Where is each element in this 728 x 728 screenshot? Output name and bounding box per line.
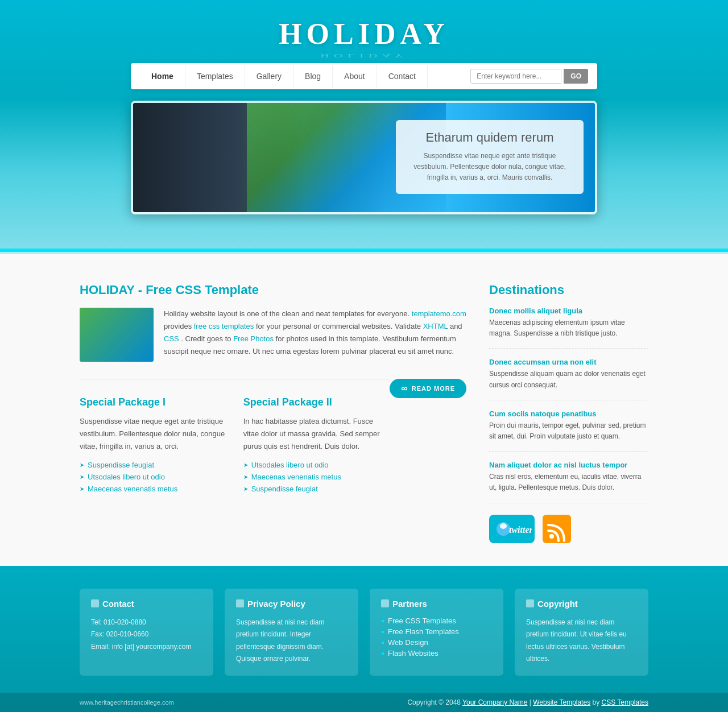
- destination-1: Donec mollis aliquet ligula Maecenas adi…: [489, 307, 648, 349]
- css-templates-footer-link[interactable]: CSS Templates: [602, 698, 648, 706]
- partner-link-4[interactable]: Flash Websites: [388, 649, 439, 657]
- footer-copyright-title: Copyright: [526, 599, 637, 609]
- nav-gallery[interactable]: Gallery: [245, 65, 293, 88]
- right-sidebar: Destinations Donec mollis aliquet ligula…: [489, 283, 648, 543]
- xhtml-link[interactable]: XHTML: [423, 322, 448, 330]
- about-image: [80, 308, 154, 362]
- css-link[interactable]: CSS: [164, 334, 179, 343]
- hero-container: Etharum quidem rerum Suspendisse vitae n…: [131, 101, 597, 214]
- about-text: Holiday website layout is one of the cle…: [164, 308, 466, 362]
- footer: Contact Tel: 010-020-0880 Fax: 020-010-0…: [0, 566, 728, 712]
- list-item: Free Flash Templates: [381, 627, 492, 636]
- destination-3: Cum sociis natoque penatibus Proin dui m…: [489, 410, 648, 452]
- search-input[interactable]: [470, 69, 561, 84]
- content-divider: [80, 379, 390, 379]
- partner-link-3[interactable]: Web Design: [388, 638, 428, 647]
- nav-about[interactable]: About: [333, 65, 377, 88]
- main-content: HOLIDAY - Free CSS Template Holiday webs…: [0, 254, 728, 566]
- partner-link-1[interactable]: Free CSS Templates: [388, 617, 456, 625]
- package-1-link-2[interactable]: Utsodales libero ut odio: [88, 473, 165, 481]
- rss-icon[interactable]: [543, 515, 571, 543]
- about-text-3: for your personal or commercial websites…: [256, 322, 423, 330]
- package-1-link-3[interactable]: Maecenas venenatis metus: [88, 485, 177, 493]
- dest-desc-4: Cras nisl eros, elementum eu, iaculis vi…: [489, 471, 648, 493]
- css-templates-link[interactable]: free css templates: [194, 322, 254, 330]
- dest-link-2[interactable]: Donec accumsan urna non elit: [489, 358, 648, 366]
- footer-privacy-text: Suspendisse at nisi nec diam pretium tin…: [236, 617, 347, 665]
- dest-link-4[interactable]: Nam aliquet dolor ac nisl luctus tempor: [489, 461, 648, 469]
- footer-contact: Contact Tel: 010-020-0880 Fax: 020-010-0…: [80, 589, 213, 676]
- twitter-icon[interactable]: twitter: [489, 515, 535, 543]
- hero-description: Suspendisse vitae neque eget ante tristi…: [407, 151, 572, 184]
- website-templates-link[interactable]: Website Templates: [533, 698, 590, 706]
- read-more-button[interactable]: ∞ READ MORE: [390, 379, 466, 398]
- package-1-title: Special Package I: [80, 396, 226, 408]
- package-2-list: Utsodales libero ut odio Maecenas venena…: [243, 461, 390, 493]
- about-text-5: . Credit goes to: [181, 334, 233, 343]
- top-section: HOLIDAY HOLIDAY Home Templates Gallery B…: [0, 0, 728, 249]
- by-text: by: [592, 698, 599, 706]
- dest-desc-3: Proin dui mauris, tempor eget, pulvinar …: [489, 420, 648, 442]
- list-item: Maecenas venenatis metus: [243, 473, 390, 481]
- dest-link-1[interactable]: Donec mollis aliquet ligula: [489, 307, 648, 315]
- hero-title: Etharum quidem rerum: [407, 130, 572, 145]
- destinations-title: Destinations: [489, 283, 648, 297]
- partner-link-2[interactable]: Free Flash Templates: [388, 627, 459, 636]
- templatemo-link[interactable]: templatemo.com: [412, 309, 466, 318]
- content-inner: HOLIDAY - Free CSS Template Holiday webs…: [80, 283, 648, 543]
- package-2-desc: In hac habitasse platea dictumst. Fusce …: [243, 415, 390, 453]
- about-content: Holiday website layout is one of the cle…: [80, 308, 466, 362]
- package-1-list: Suspendisse feugiat Utsodales libero ut …: [80, 461, 226, 493]
- nav-templates[interactable]: Templates: [185, 65, 245, 88]
- package-2-link-2[interactable]: Maecenas venenatis metus: [251, 473, 341, 481]
- list-item: Utsodales libero ut odio: [243, 461, 390, 469]
- nav-links: Home Templates Gallery Blog About Contac…: [140, 65, 470, 88]
- nav-blog[interactable]: Blog: [293, 65, 333, 88]
- footer-partners-title: Partners: [381, 599, 492, 609]
- dest-desc-2: Suspendisse aliquam quam ac dolor venena…: [489, 369, 648, 390]
- company-link[interactable]: Your Company Name: [462, 698, 527, 706]
- footer-privacy: Privacy Policy Suspendisse at nisi nec d…: [225, 589, 358, 676]
- dest-desc-1: Maecenas adipiscing elementum ipsum vita…: [489, 317, 648, 339]
- nav-search: GO: [470, 69, 588, 84]
- svg-text:twitter: twitter: [509, 525, 532, 535]
- dest-link-3[interactable]: Cum sociis natoque penatibus: [489, 410, 648, 418]
- package-2-link-3[interactable]: Suspendisse feugiat: [251, 485, 318, 493]
- read-more-label: READ MORE: [412, 385, 455, 392]
- packages-container: Special Package I Suspendisse vitae nequ…: [80, 396, 390, 497]
- package-1-desc: Suspendisse vitae neque eget ante tristi…: [80, 415, 226, 453]
- package-2-link-1[interactable]: Utsodales libero ut odio: [251, 461, 329, 469]
- nav-contact[interactable]: Contact: [377, 65, 428, 88]
- footer-url: www.heritagechristiancollege.com: [80, 699, 174, 706]
- about-text-4: and: [450, 322, 462, 330]
- footer-partners-list: Free CSS Templates Free Flash Templates …: [381, 617, 492, 657]
- footer-copyright-col: Copyright Suspendisse at nisi nec diam p…: [515, 589, 648, 676]
- left-column: HOLIDAY - Free CSS Template Holiday webs…: [80, 283, 466, 543]
- list-item: Suspendisse feugiat: [80, 461, 226, 469]
- list-item: Suspendisse feugiat: [243, 485, 390, 493]
- footer-inner: Contact Tel: 010-020-0880 Fax: 020-010-0…: [80, 589, 648, 693]
- nav-home[interactable]: Home: [140, 65, 185, 88]
- destination-4: Nam aliquet dolor ac nisl luctus tempor …: [489, 461, 648, 503]
- site-title-reflection: HOLIDAY: [0, 53, 728, 59]
- list-item: Maecenas venenatis metus: [80, 485, 226, 493]
- list-item: Utsodales libero ut odio: [80, 473, 226, 481]
- footer-copyright-bar: Copyright © 2048 Your Company Name | Web…: [407, 698, 648, 706]
- package-1-link-1[interactable]: Suspendisse feugiat: [88, 461, 154, 469]
- footer-copyright-text: Suspendisse at nisi nec diam pretium tin…: [526, 617, 637, 665]
- section-title: HOLIDAY - Free CSS Template: [80, 283, 466, 297]
- social-icons: twitter: [489, 515, 648, 543]
- destination-2: Donec accumsan urna non elit Suspendisse…: [489, 358, 648, 400]
- search-button[interactable]: GO: [564, 69, 588, 84]
- read-more-icon: ∞: [401, 383, 408, 394]
- svg-point-2: [500, 523, 507, 529]
- about-text-2: provides: [164, 322, 194, 330]
- footer-bottom: www.heritagechristiancollege.com Copyrig…: [0, 693, 728, 712]
- footer-contact-title: Contact: [91, 599, 202, 609]
- footer-contact-text: Tel: 010-020-0880 Fax: 020-010-0660 Emai…: [91, 617, 202, 653]
- svg-rect-4: [543, 515, 571, 543]
- footer-bottom-inner: www.heritagechristiancollege.com Copyrig…: [80, 698, 648, 706]
- free-photos-link[interactable]: Free Photos: [233, 334, 274, 343]
- package-2: Special Package II In hac habitasse plat…: [243, 396, 390, 497]
- list-item: Flash Websites: [381, 649, 492, 657]
